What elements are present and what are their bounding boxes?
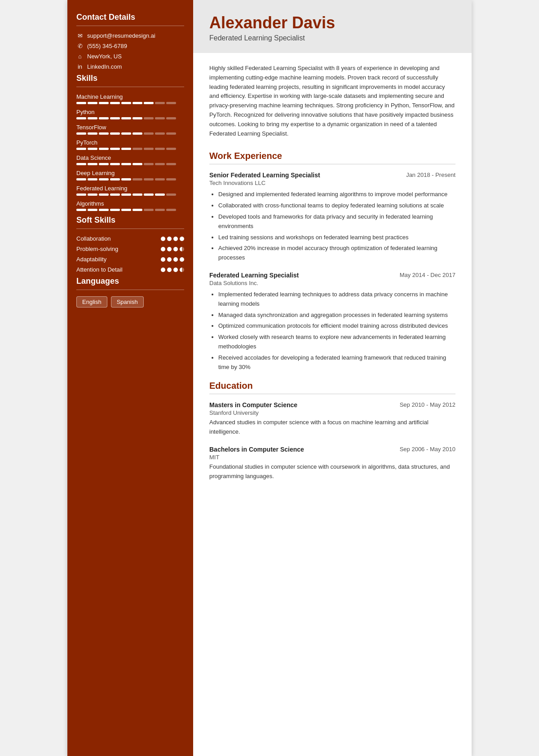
skill-segment — [144, 178, 154, 180]
skill-bar — [76, 193, 184, 196]
skill-name: PyTorch — [76, 139, 184, 146]
contact-item: inLinkedIn.com — [76, 63, 184, 70]
job-date: May 2014 - Dec 2017 — [400, 272, 455, 278]
skill-segment — [88, 148, 97, 150]
skill-segment — [166, 178, 176, 180]
skill-segment — [88, 117, 97, 119]
language-tags: EnglishSpanish — [76, 296, 184, 308]
dot-container — [161, 247, 184, 251]
contact-item: ✆(555) 345-6789 — [76, 43, 184, 49]
job-bullet: Collaborated with cross-functional teams… — [218, 201, 455, 211]
soft-skill-dot — [180, 237, 184, 241]
main-body: Highly skilled Federated Learning Specia… — [193, 64, 472, 481]
skill-segment — [133, 209, 142, 211]
skill-item: Data Science — [76, 154, 184, 165]
job-bullets: Implemented federated learning technique… — [209, 290, 455, 372]
soft-skill-dot — [173, 268, 178, 272]
skill-segment — [110, 178, 120, 180]
language-tag: Spanish — [111, 296, 144, 308]
skill-segment — [144, 163, 154, 165]
soft-skill-dot — [180, 247, 184, 251]
skill-segment — [133, 117, 142, 119]
contact-icon: ✉ — [76, 32, 84, 39]
skill-segment — [155, 178, 165, 180]
skills-title: Skills — [76, 74, 184, 83]
skill-segment — [121, 102, 131, 104]
education-item: Bachelors in Computer Science Sep 2006 -… — [209, 446, 455, 481]
skill-bar — [76, 178, 184, 180]
job-company: Tech Innovations LLC — [209, 180, 455, 186]
edu-header: Bachelors in Computer Science Sep 2006 -… — [209, 446, 455, 453]
skill-item: Deep Learning — [76, 170, 184, 180]
job-bullet: Optimized communication protocols for ef… — [218, 321, 455, 331]
job-bullet: Achieved 20% increase in model accuracy … — [218, 244, 455, 263]
soft-skill-dot — [167, 268, 172, 272]
contact-item: ⌂NewYork, US — [76, 53, 184, 60]
skills-divider — [76, 87, 184, 87]
dot-container — [161, 237, 184, 241]
skill-segment — [155, 163, 165, 165]
edu-degree: Masters in Computer Science — [209, 401, 297, 409]
skill-item: Federated Learning — [76, 185, 184, 196]
education-item: Masters in Computer Science Sep 2010 - M… — [209, 401, 455, 437]
skill-name: Deep Learning — [76, 170, 184, 176]
skill-segment — [76, 178, 86, 180]
soft-skill-dot — [161, 237, 165, 241]
education-list: Masters in Computer Science Sep 2010 - M… — [209, 401, 455, 481]
skill-item: Algorithms — [76, 200, 184, 211]
job-bullet: Designed and implemented federated learn… — [218, 190, 455, 199]
job-bullet: Implemented federated learning technique… — [218, 290, 455, 309]
job-title: Federated Learning Specialist — [209, 272, 299, 279]
skill-item: Python — [76, 109, 184, 119]
skill-segment — [76, 117, 86, 119]
skill-segment — [144, 132, 154, 135]
skill-segment — [88, 163, 97, 165]
skill-segment — [99, 102, 109, 104]
soft-skill-item: Problem-solving — [76, 246, 184, 252]
skill-bar — [76, 163, 184, 165]
skill-item: PyTorch — [76, 139, 184, 150]
soft-skill-dot — [173, 247, 178, 251]
job-bullet: Developed tools and frameworks for data … — [218, 212, 455, 231]
dot-container — [161, 257, 184, 262]
skill-segment — [133, 132, 142, 135]
languages-divider — [76, 290, 184, 290]
skill-segment — [121, 178, 131, 180]
skill-segment — [88, 209, 97, 211]
contact-icon: in — [76, 63, 84, 70]
skill-name: TensorFlow — [76, 124, 184, 131]
main-content: Alexander Davis Federated Learning Speci… — [193, 0, 472, 756]
skill-segment — [144, 209, 154, 211]
skill-segment — [144, 148, 154, 150]
contact-text: LinkedIn.com — [87, 63, 122, 70]
soft-skill-name: Collaboration — [76, 235, 111, 242]
job-header: Federated Learning Specialist May 2014 -… — [209, 272, 455, 279]
soft-skill-dot — [180, 268, 184, 272]
skill-name: Python — [76, 109, 184, 115]
contact-section: Contact Details ✉support@resumedesign.ai… — [76, 13, 184, 70]
skill-segment — [76, 193, 86, 196]
skill-bar — [76, 148, 184, 150]
edu-degree: Bachelors in Computer Science — [209, 446, 304, 453]
soft-skill-name: Attention to Detail — [76, 266, 123, 273]
skill-segment — [110, 148, 120, 150]
soft-skill-dot — [173, 257, 178, 262]
skill-bar — [76, 132, 184, 135]
skill-segment — [155, 148, 165, 150]
skill-segment — [76, 102, 86, 104]
soft-skills-list: CollaborationProblem-solvingAdaptability… — [76, 235, 184, 273]
edu-header: Masters in Computer Science Sep 2010 - M… — [209, 401, 455, 409]
soft-skills-title: Soft Skills — [76, 215, 184, 225]
job-company: Data Solutions Inc. — [209, 280, 455, 286]
skill-segment — [99, 117, 109, 119]
edu-description: Advanced studies in computer science wit… — [209, 418, 455, 437]
job-item: Senior Federated Learning Specialist Jan… — [209, 171, 455, 263]
soft-skill-dot — [161, 257, 165, 262]
skill-segment — [99, 132, 109, 135]
contact-icon: ⌂ — [76, 53, 84, 60]
soft-skill-name: Problem-solving — [76, 246, 118, 252]
skill-segment — [88, 178, 97, 180]
skill-segment — [99, 148, 109, 150]
skills-section: Skills Machine LearningPythonTensorFlowP… — [76, 74, 184, 211]
job-bullet: Worked closely with research teams to ex… — [218, 333, 455, 352]
